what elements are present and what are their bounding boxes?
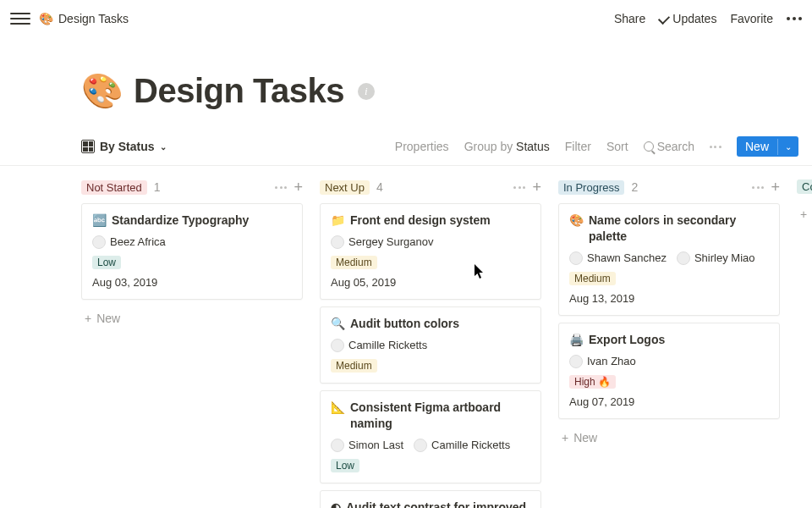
column-more-icon[interactable]: [275, 186, 287, 189]
card-title: ◐Audit text contrast for improved access…: [331, 500, 530, 508]
priority-badge: Medium: [331, 359, 377, 373]
plus-icon: +: [562, 431, 568, 444]
priority-badge: High 🔥: [569, 375, 616, 389]
card-title: 🔍Audit button colors: [331, 316, 530, 332]
board-column: Not Started1+🔤Standardize TypographyBeez…: [81, 178, 303, 508]
priority-badge: Medium: [331, 256, 377, 269]
card-title: 🔤Standardize Typography: [92, 213, 292, 229]
avatar: [331, 235, 344, 249]
share-button[interactable]: Share: [614, 12, 645, 25]
menu-icon[interactable]: [10, 8, 30, 29]
column-count: 2: [631, 180, 638, 194]
page-title[interactable]: Design Tasks: [134, 72, 344, 110]
column-header: Next Up4+: [320, 178, 541, 203]
column-count: 4: [376, 180, 383, 194]
view-label: By Status: [100, 140, 155, 153]
info-icon[interactable]: i: [358, 83, 375, 100]
person: Shirley Miao: [677, 251, 755, 265]
person: Ivan Zhao: [569, 355, 636, 368]
column-more-icon[interactable]: [752, 186, 764, 189]
plus-icon: +: [85, 312, 91, 325]
updates-button[interactable]: Updates: [659, 12, 716, 25]
chevron-down-icon: ⌄: [160, 142, 167, 152]
chevron-down-icon[interactable]: ⌄: [777, 139, 798, 155]
avatar: [569, 355, 583, 368]
status-pill[interactable]: Not Started: [81, 180, 147, 195]
person: Camille Ricketts: [414, 439, 510, 452]
card-people: Beez Africa: [92, 235, 292, 249]
card-title: 📁Front end design system: [331, 213, 530, 229]
page-icon[interactable]: 🎨: [81, 71, 123, 111]
board-card[interactable]: 🔍Audit button colorsCamille RickettsMedi…: [320, 306, 541, 384]
add-card-icon[interactable]: +: [771, 179, 780, 195]
card-date: Aug 03, 2019: [92, 276, 292, 289]
board-icon: [81, 140, 95, 153]
board-card[interactable]: 📁Front end design systemSergey SurganovM…: [320, 203, 541, 300]
new-button[interactable]: New ⌄: [737, 136, 798, 157]
search-button[interactable]: Search: [644, 140, 694, 153]
card-title: 📐Consistent Figma artboard naming: [331, 400, 530, 432]
page-icon-small: 🎨: [39, 12, 53, 25]
favorite-button[interactable]: Favorite: [730, 12, 773, 25]
status-pill[interactable]: In Progress: [558, 180, 624, 195]
priority-badge: Low: [331, 459, 359, 472]
board-card[interactable]: 🔤Standardize TypographyBeez AfricaLowAug…: [81, 203, 303, 300]
add-card-icon[interactable]: +: [532, 179, 541, 195]
column-header: In Progress2+: [558, 178, 780, 203]
plus-icon: +: [800, 207, 807, 221]
more-icon[interactable]: [787, 17, 802, 20]
column-count: 1: [154, 180, 161, 194]
board-column: Next Up4+📁Front end design systemSergey …: [320, 178, 541, 508]
sort-button[interactable]: Sort: [606, 140, 628, 153]
board-column: Com+N: [797, 178, 812, 508]
add-card-button[interactable]: +New: [558, 426, 780, 450]
person: Shawn Sanchez: [569, 251, 667, 265]
avatar: [677, 251, 690, 265]
status-pill[interactable]: Com: [797, 179, 812, 194]
person: Simon Last: [331, 439, 403, 452]
column-more-icon[interactable]: [513, 186, 525, 189]
search-icon: [644, 141, 654, 152]
card-icon: 📁: [331, 213, 345, 229]
avatar: [569, 251, 583, 265]
board-card[interactable]: 📐Consistent Figma artboard namingSimon L…: [320, 390, 541, 483]
card-icon: 🎨: [569, 213, 584, 229]
card-icon: ◐: [331, 500, 341, 508]
board-column: In Progress2+🎨Name colors in secondary p…: [558, 178, 780, 508]
card-people: Sergey Surganov: [331, 235, 530, 249]
add-card-button[interactable]: +N: [797, 202, 812, 226]
column-header: Not Started1+: [81, 178, 303, 203]
board: Not Started1+🔤Standardize TypographyBeez…: [81, 166, 812, 508]
board-card[interactable]: ◐Audit text contrast for improved access…: [320, 490, 541, 508]
status-pill[interactable]: Next Up: [320, 180, 370, 195]
card-title: 🎨Name colors in secondary palette: [569, 213, 769, 245]
avatar: [331, 339, 344, 352]
avatar: [414, 439, 427, 452]
check-icon: [658, 13, 670, 25]
board-card[interactable]: 🎨Name colors in secondary paletteShawn S…: [558, 203, 780, 316]
topbar: 🎨 Design Tasks Share Updates Favorite: [0, 0, 812, 37]
card-date: Aug 05, 2019: [331, 276, 530, 289]
view-switcher[interactable]: By Status ⌄: [81, 140, 167, 153]
properties-button[interactable]: Properties: [395, 140, 449, 153]
card-icon: 🖨️: [569, 332, 584, 348]
card-icon: 🔍: [331, 316, 345, 332]
person: Beez Africa: [92, 235, 166, 249]
breadcrumb-title: Design Tasks: [58, 12, 129, 25]
add-card-button[interactable]: +New: [81, 306, 303, 330]
avatar: [92, 235, 106, 249]
card-people: Simon LastCamille Ricketts: [331, 439, 530, 452]
breadcrumb[interactable]: 🎨 Design Tasks: [39, 12, 129, 25]
group-by-button[interactable]: Group by Status: [464, 140, 550, 153]
filter-button[interactable]: Filter: [565, 140, 591, 153]
avatar: [331, 439, 344, 452]
card-title: 🖨️Export Logos: [569, 332, 769, 348]
card-people: Ivan Zhao: [569, 355, 769, 368]
add-card-icon[interactable]: +: [294, 179, 303, 195]
person: Camille Ricketts: [331, 339, 427, 352]
board-card[interactable]: 🖨️Export LogosIvan ZhaoHigh 🔥Aug 07, 201…: [558, 323, 780, 419]
person: Sergey Surganov: [331, 235, 433, 249]
view-more-icon[interactable]: [710, 146, 721, 148]
priority-badge: Medium: [569, 272, 616, 285]
card-date: Aug 07, 2019: [569, 395, 769, 408]
